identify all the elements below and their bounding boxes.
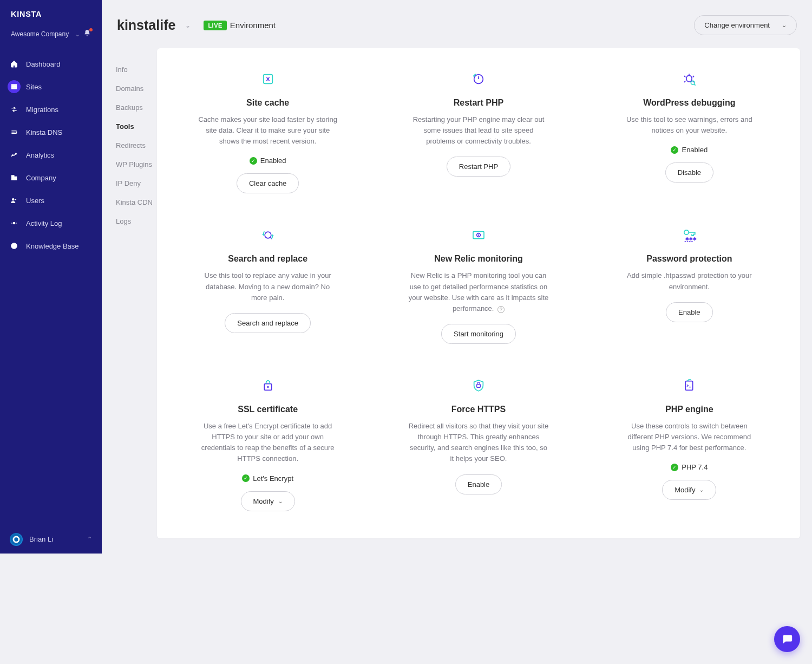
svg-rect-5 (11, 175, 14, 180)
monitoring-icon (384, 226, 573, 244)
nav-item-company[interactable]: Company (0, 166, 102, 189)
nav-item-knowledge-base[interactable]: Knowledge Base (0, 235, 102, 257)
svg-point-17 (265, 232, 271, 239)
svg-rect-6 (14, 177, 17, 180)
company-switcher[interactable]: Awesome Company ⌄ (0, 25, 102, 48)
subnav-item-info[interactable]: Info (116, 60, 157, 79)
svg-rect-15 (686, 75, 692, 82)
notification-dot (89, 28, 93, 31)
users-icon (8, 194, 21, 207)
svg-rect-25 (477, 384, 481, 387)
primary-nav: Dashboard Sites Migrations Kinsta DNS An… (0, 48, 102, 257)
subnav-item-tools[interactable]: Tools (116, 117, 157, 136)
search-replace-icon (173, 226, 362, 244)
secondary-sidebar: Info Domains Backups Tools Redirects WP … (102, 48, 157, 554)
chevron-down-icon: ⌄ (75, 31, 80, 37)
nav-item-migrations[interactable]: Migrations (0, 98, 102, 121)
nav-label: Dashboard (26, 60, 61, 68)
nav-item-dashboard[interactable]: Dashboard (0, 53, 102, 75)
svg-point-4 (16, 132, 17, 133)
svg-point-12 (14, 537, 18, 541)
tool-title: PHP engine (595, 405, 784, 414)
subnav-item-domains[interactable]: Domains (116, 79, 157, 98)
enable-button[interactable]: Enable (455, 474, 502, 494)
site-name: kinstalife (117, 17, 175, 33)
nav-label: Kinsta DNS (26, 128, 62, 136)
restart-php-button[interactable]: Restart PHP (447, 157, 510, 177)
tool-title: New Relic monitoring (384, 254, 573, 264)
change-environment-button[interactable]: Change environment ⌄ (694, 15, 797, 35)
environment-badge: LIVE (204, 21, 226, 30)
tool-card-search-replace: Search and replace Use this tool to repl… (168, 226, 368, 344)
php-icon (595, 376, 784, 395)
search-replace-button[interactable]: Search and replace (225, 313, 311, 333)
topbar: kinstalife ⌄ LIVE Environment Change env… (102, 0, 812, 48)
tools-panel: Site cache Cache makes your site load fa… (157, 48, 800, 538)
knowledge-icon (8, 239, 21, 252)
restart-icon (384, 70, 573, 88)
environment-label: Environment (230, 21, 276, 30)
nav-item-activity-log[interactable]: Activity Log (0, 212, 102, 235)
nav-item-kinsta-dns[interactable]: Kinsta DNS (0, 121, 102, 144)
user-menu[interactable]: Brian Li ⌃ (0, 525, 102, 554)
debug-icon (595, 70, 784, 88)
disable-button[interactable]: Disable (665, 162, 713, 183)
subnav-item-kinsta-cdn[interactable]: Kinsta CDN (116, 193, 157, 212)
subnav-item-wp-plugins[interactable]: WP Plugins (116, 155, 157, 174)
info-icon[interactable]: ? (497, 306, 505, 313)
nav-item-analytics[interactable]: Analytics (0, 144, 102, 166)
site-switcher-chevron[interactable]: ⌄ (185, 22, 191, 29)
tool-description: Add simple .htpasswd protection to your … (619, 270, 759, 292)
tool-card-restart-php: Restart PHP Restarting your PHP engine m… (378, 70, 578, 193)
clear-cache-button[interactable]: Clear cache (237, 173, 299, 193)
modify-button[interactable]: Modify⌄ (241, 491, 295, 511)
https-icon (384, 376, 573, 395)
check-icon: ✓ (671, 146, 678, 154)
home-icon (8, 57, 21, 70)
analytics-icon (8, 148, 21, 161)
brand-logo[interactable]: KINSTA (0, 0, 102, 25)
svg-point-7 (12, 199, 15, 201)
svg-rect-2 (11, 86, 16, 87)
tool-card-wp-debugging: WordPress debugging Use this tool to see… (590, 70, 789, 193)
tool-card-php-engine: PHP engine Use these controls to switch … (590, 376, 789, 511)
company-name: Awesome Company (11, 30, 69, 38)
tool-description: Cache makes your site load faster by sto… (198, 114, 338, 147)
tool-title: Restart PHP (384, 98, 573, 108)
tool-title: Site cache (173, 98, 362, 108)
activity-icon (8, 217, 21, 230)
nav-label: Users (26, 197, 44, 205)
subnav-item-redirects[interactable]: Redirects (116, 136, 157, 155)
svg-text:✱✱✱: ✱✱✱ (686, 236, 697, 242)
subnav-item-ip-deny[interactable]: IP Deny (116, 174, 157, 193)
tool-title: Password protection (595, 254, 784, 264)
tool-card-force-https: Force HTTPS Redirect all visitors so tha… (378, 376, 578, 511)
subnav-item-backups[interactable]: Backups (116, 98, 157, 117)
notifications-bell-icon[interactable] (83, 29, 91, 38)
tool-description: Restarting your PHP engine may clear out… (408, 114, 549, 147)
chevron-down-icon: ⌄ (278, 498, 283, 504)
tool-title: Force HTTPS (384, 405, 573, 414)
subnav-item-logs[interactable]: Logs (116, 212, 157, 231)
tool-description: New Relic is a PHP monitoring tool you c… (408, 270, 549, 314)
button-label: Change environment (704, 21, 770, 29)
tool-status: ✓ Enabled (173, 157, 362, 165)
sites-icon (8, 80, 21, 93)
tool-card-ssl: SSL certificate Use a free Let's Encrypt… (168, 376, 368, 511)
start-monitoring-button[interactable]: Start monitoring (441, 324, 516, 344)
nav-label: Knowledge Base (26, 242, 79, 250)
svg-point-20 (478, 235, 480, 236)
tool-description: Use this tool to see warnings, errors an… (619, 114, 759, 136)
nav-item-sites[interactable]: Sites (0, 75, 102, 98)
svg-rect-3 (11, 88, 16, 89)
enable-button[interactable]: Enable (666, 302, 712, 322)
nav-item-users[interactable]: Users (0, 189, 102, 212)
nav-label: Company (26, 174, 56, 182)
tool-card-new-relic: New Relic monitoring New Relic is a PHP … (378, 226, 578, 344)
primary-sidebar: KINSTA Awesome Company ⌄ Dashboard Sites (0, 0, 102, 554)
modify-button[interactable]: Modify⌄ (662, 480, 716, 500)
chevron-up-icon: ⌃ (87, 536, 92, 543)
check-icon: ✓ (242, 474, 250, 482)
svg-text:KINSTA: KINSTA (11, 10, 42, 18)
check-icon: ✓ (250, 157, 257, 165)
